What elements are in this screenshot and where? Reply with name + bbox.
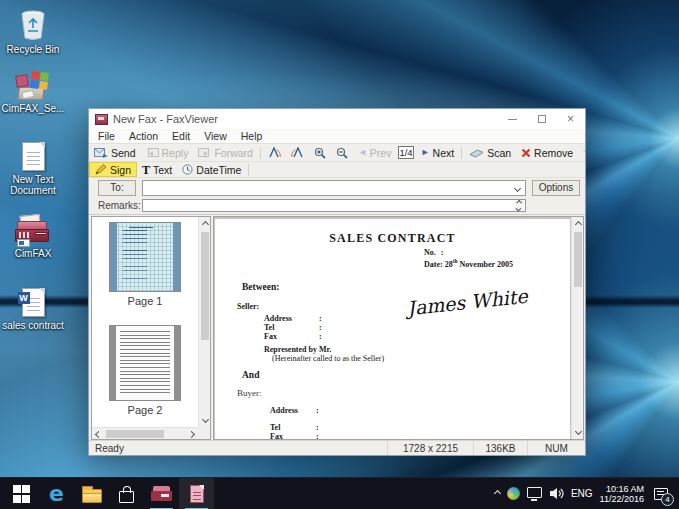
datetime-button[interactable]: DateTime <box>177 162 246 177</box>
desktop-icon-label: CimFAX <box>0 248 66 259</box>
remarks-spinner[interactable] <box>514 200 524 211</box>
thumbnail-page-1[interactable] <box>109 222 181 292</box>
desktop-icon-cimfax[interactable]: CimFAX <box>0 211 66 259</box>
desktop-icon-recycle-bin[interactable]: Recycle Bin <box>0 7 66 55</box>
edge-browser-button[interactable]: e <box>39 478 74 509</box>
network-globe-icon[interactable] <box>507 487 520 500</box>
menu-help[interactable]: Help <box>234 130 270 142</box>
clock[interactable]: 10:16 AM 11/22/2016 <box>600 484 644 504</box>
text-file-icon <box>0 137 66 171</box>
thumbnail-horizontal-scrollbar[interactable] <box>92 427 198 439</box>
chevron-up-icon <box>517 200 522 205</box>
toolbar-separator <box>461 147 462 159</box>
scroll-up-arrow-icon[interactable] <box>201 221 208 228</box>
remove-button[interactable]: Remove <box>516 144 578 161</box>
scrollbar-thumb[interactable] <box>574 232 582 287</box>
menu-file[interactable]: File <box>91 130 122 142</box>
recipient-combobox[interactable] <box>142 180 526 196</box>
prev-page-button[interactable]: ◄ Prev <box>353 144 397 161</box>
windows-logo-icon <box>13 485 31 503</box>
status-num-lock: NUM <box>527 441 585 455</box>
zoom-in-button[interactable] <box>309 144 331 161</box>
thumbnail-page-2[interactable] <box>109 325 181 401</box>
word-document-icon: W <box>0 283 66 317</box>
start-button[interactable] <box>4 478 39 509</box>
doc-between: Between: <box>242 282 279 292</box>
menu-action[interactable]: Action <box>122 130 165 142</box>
remarks-input[interactable] <box>142 199 526 212</box>
scroll-down-arrow-icon[interactable] <box>201 416 208 423</box>
zoom-out-icon <box>336 147 348 159</box>
to-button[interactable]: To: <box>98 180 136 196</box>
rotate-right-button[interactable] <box>286 144 309 161</box>
store-button[interactable] <box>109 478 144 509</box>
next-arrow-icon: ► <box>421 148 430 157</box>
doc-colon: : <box>319 323 322 332</box>
next-page-button[interactable]: ► Next <box>416 144 460 161</box>
chevron-down-icon <box>514 184 521 191</box>
scrollbar-thumb[interactable] <box>106 430 164 438</box>
language-indicator[interactable]: ENG <box>571 488 593 499</box>
desktop-icon-new-text-document[interactable]: New Text Document <box>0 137 66 196</box>
maximize-button[interactable] <box>527 109 556 129</box>
forward-icon <box>198 147 211 158</box>
status-file-size: 136KB <box>473 441 527 455</box>
send-icon <box>94 147 108 158</box>
faxviewer-taskbar-button[interactable] <box>179 478 214 509</box>
tray-date: 11/22/2016 <box>600 494 644 504</box>
recycle-bin-icon <box>0 7 66 41</box>
desktop-icon-label: CimFAX_Se... <box>0 103 66 114</box>
menu-bar: File Action Edit View Help <box>89 129 585 143</box>
scroll-left-arrow-icon[interactable] <box>95 430 102 437</box>
rotate-left-button[interactable] <box>263 144 286 161</box>
scrollbar-corner <box>198 427 210 439</box>
doc-and: And <box>242 370 259 380</box>
doc-hereinafter: (Hereinafter called to as the Seller) <box>272 354 384 363</box>
tray-expand-icon[interactable] <box>494 490 501 497</box>
display-network-icon[interactable] <box>527 487 542 498</box>
send-button[interactable]: Send <box>89 144 141 161</box>
menu-view[interactable]: View <box>197 130 234 142</box>
scroll-down-arrow-icon[interactable] <box>574 428 581 435</box>
doc-represented: Represented by Mr. <box>264 345 331 354</box>
desktop-icon-cimfax-setup[interactable]: CimFAX_Se... <box>0 66 66 114</box>
thumbnail-page-2-label: Page 2 <box>92 404 198 416</box>
file-explorer-button[interactable] <box>74 478 109 509</box>
doc-buyer: Buyer: <box>237 388 262 398</box>
taskbar: e ENG 10:16 AM 11/22/2016 4 <box>0 477 679 509</box>
forward-button[interactable]: Forward <box>193 144 258 161</box>
scroll-right-arrow-icon[interactable] <box>188 430 195 437</box>
thumbnail-page-1-label: Page 1 <box>92 295 198 307</box>
close-button[interactable]: × <box>556 109 585 129</box>
cimfax-taskbar-button[interactable] <box>144 478 179 509</box>
action-center-button[interactable]: 4 <box>651 485 671 503</box>
zoom-out-button[interactable] <box>331 144 353 161</box>
window-titlebar[interactable]: New Fax - FaxViewer × <box>89 109 585 129</box>
status-bar: Ready 1728 x 2215 136KB NUM <box>89 440 585 455</box>
page-indicator[interactable]: 1/4 <box>398 146 413 159</box>
document-vertical-scrollbar[interactable] <box>571 217 583 439</box>
minimize-button[interactable] <box>498 109 527 129</box>
volume-icon[interactable] <box>549 487 564 500</box>
reply-button[interactable]: Reply <box>141 144 194 161</box>
menu-edit[interactable]: Edit <box>165 130 197 142</box>
scanner-icon <box>469 148 484 158</box>
fax-page[interactable]: SALES CONTRACT No. : Date: 28th November… <box>215 219 570 439</box>
scan-button[interactable]: Scan <box>464 144 516 161</box>
fax-machine-icon <box>151 486 172 502</box>
thumbnail-vertical-scrollbar[interactable] <box>198 217 210 427</box>
desktop-icon-sales-contract[interactable]: W sales contract <box>0 283 66 331</box>
scroll-up-arrow-icon[interactable] <box>574 221 581 228</box>
move-up-button[interactable]: Move Up <box>578 144 585 161</box>
doc-seller-fax-label: Fax <box>264 332 277 341</box>
doc-date-prefix: Date: 28 <box>424 260 453 269</box>
scrollbar-thumb[interactable] <box>201 232 209 340</box>
sign-button[interactable]: Sign <box>89 162 137 177</box>
doc-colon: : <box>316 406 319 415</box>
options-button[interactable]: Options <box>532 180 580 196</box>
main-toolbar: Send Reply Forward <box>89 143 585 161</box>
doc-date-line: Date: 28th November 2005 <box>424 258 513 269</box>
doc-date-suffix: November 2005 <box>458 260 513 269</box>
text-button[interactable]: T Text <box>137 162 177 177</box>
faxviewer-window: New Fax - FaxViewer × File Action Edit V… <box>88 108 586 456</box>
